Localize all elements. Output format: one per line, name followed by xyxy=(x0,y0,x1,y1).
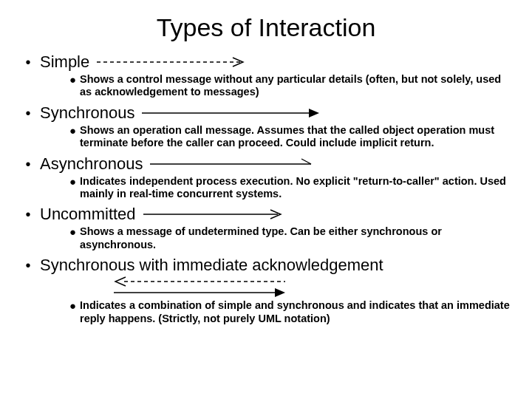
item-desc: Indicates independent process execution.… xyxy=(80,175,510,201)
bullet-icon: ● xyxy=(69,175,80,188)
item-uncommitted: • Uncommitted ● Shows a message of undet… xyxy=(22,205,510,251)
simple-return-arrow-icon xyxy=(111,276,288,287)
item-desc-row: ● Shows an operation call message. Assum… xyxy=(69,124,510,150)
item-desc-row: ● Shows a message of undetermined type. … xyxy=(69,225,510,251)
item-desc: Shows a control message without any part… xyxy=(80,73,510,99)
item-simple: • Simple ● Shows a control message witho… xyxy=(22,52,510,99)
synchronous-forward-arrow-icon xyxy=(111,287,288,298)
item-label: Asynchronous xyxy=(40,154,143,174)
item-desc-row: ● Indicates independent process executio… xyxy=(69,175,510,201)
uncommitted-arrow-icon xyxy=(142,208,290,220)
svg-marker-2 xyxy=(309,109,319,117)
item-label: Synchronous with immediate acknowledgeme… xyxy=(40,256,383,275)
simple-arrow-icon xyxy=(95,56,250,68)
item-desc: Shows an operation call message. Assumes… xyxy=(80,124,510,150)
item-header: • Uncommitted xyxy=(22,205,510,224)
asynchronous-arrow-icon xyxy=(149,158,322,170)
item-asynchronous: • Asynchronous ● Indicates independent p… xyxy=(22,154,510,201)
sync-ack-arrows xyxy=(111,276,510,298)
item-header: • Synchronous with immediate acknowledge… xyxy=(22,256,510,275)
item-header: • Asynchronous xyxy=(22,154,510,174)
item-desc-row: ● Shows a control message without any pa… xyxy=(69,73,510,99)
slide-title: Types of Interaction xyxy=(22,13,510,42)
item-header: • Synchronous xyxy=(22,103,510,123)
item-desc: Shows a message of undetermined type. Ca… xyxy=(80,225,510,251)
synchronous-arrow-icon xyxy=(140,107,321,119)
bullet-icon: ● xyxy=(69,73,80,86)
bullet-icon: • xyxy=(22,157,34,171)
bullet-icon: • xyxy=(22,55,34,69)
bullet-icon: ● xyxy=(69,299,80,313)
item-synchronous: • Synchronous ● Shows an operation call … xyxy=(22,103,510,150)
item-desc-row: ● Indicates a combination of simple and … xyxy=(69,299,510,325)
item-label: Uncommitted xyxy=(40,205,136,224)
bullet-icon: • xyxy=(22,258,34,273)
svg-marker-8 xyxy=(275,288,285,297)
item-desc: Indicates a combination of simple and sy… xyxy=(80,299,510,325)
bullet-icon: • xyxy=(22,106,34,120)
bullet-icon: ● xyxy=(69,225,80,239)
svg-line-4 xyxy=(301,159,311,164)
item-sync-ack: • Synchronous with immediate acknowledge… xyxy=(22,256,510,325)
bullet-icon: ● xyxy=(69,124,80,137)
slide: Types of Interaction • Simple ● Shows a … xyxy=(0,0,532,337)
item-label: Simple xyxy=(40,52,89,72)
bullet-icon: • xyxy=(22,207,34,222)
item-header: • Simple xyxy=(22,52,510,72)
item-label: Synchronous xyxy=(40,103,134,123)
